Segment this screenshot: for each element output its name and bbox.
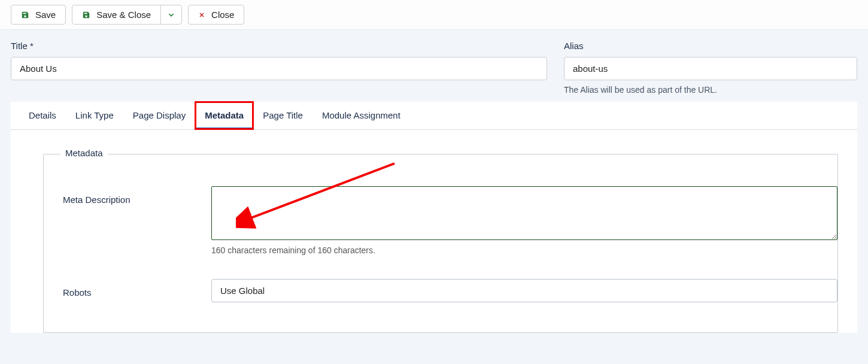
tab-link-type[interactable]: Link Type [66, 102, 123, 129]
save-close-button[interactable]: Save & Close [72, 5, 161, 25]
tab-page-title[interactable]: Page Title [253, 102, 312, 129]
content-panel: Details Link Type Page Display Metadata … [11, 102, 857, 333]
save-close-button-label: Save & Close [96, 10, 151, 20]
title-input[interactable] [11, 57, 547, 80]
alias-input[interactable] [564, 57, 857, 80]
tab-page-display[interactable]: Page Display [123, 102, 195, 129]
save-button-label: Save [35, 10, 56, 20]
form-header: Title * Alias The Alias will be used as … [0, 30, 868, 102]
tab-module-assignment[interactable]: Module Assignment [312, 102, 410, 129]
alias-label: Alias [564, 41, 857, 51]
close-button-label: Close [211, 10, 234, 20]
save-icon [82, 11, 90, 19]
tabs: Details Link Type Page Display Metadata … [11, 102, 857, 130]
char-counter: 160 characters remaining of 160 characte… [211, 245, 837, 255]
save-button[interactable]: Save [11, 5, 66, 25]
save-close-dropdown-toggle[interactable] [160, 5, 182, 25]
metadata-legend: Metadata [60, 148, 108, 158]
tab-details[interactable]: Details [19, 102, 66, 129]
save-icon [21, 11, 29, 19]
close-button[interactable]: Close [188, 5, 244, 25]
chevron-down-icon [167, 11, 175, 19]
alias-help-text: The Alias will be used as part of the UR… [564, 85, 857, 95]
meta-description-label: Meta Description [63, 186, 211, 255]
title-label: Title * [11, 41, 547, 51]
toolbar: Save Save & Close Close [0, 0, 868, 30]
robots-select[interactable]: Use Global [211, 279, 837, 302]
meta-description-textarea[interactable] [211, 186, 837, 240]
save-close-group: Save & Close [72, 5, 182, 25]
metadata-fieldset: Metadata Meta Description 160 characters… [43, 154, 838, 333]
robots-label: Robots [63, 279, 211, 302]
close-icon [198, 11, 205, 19]
tab-metadata[interactable]: Metadata [195, 102, 253, 129]
